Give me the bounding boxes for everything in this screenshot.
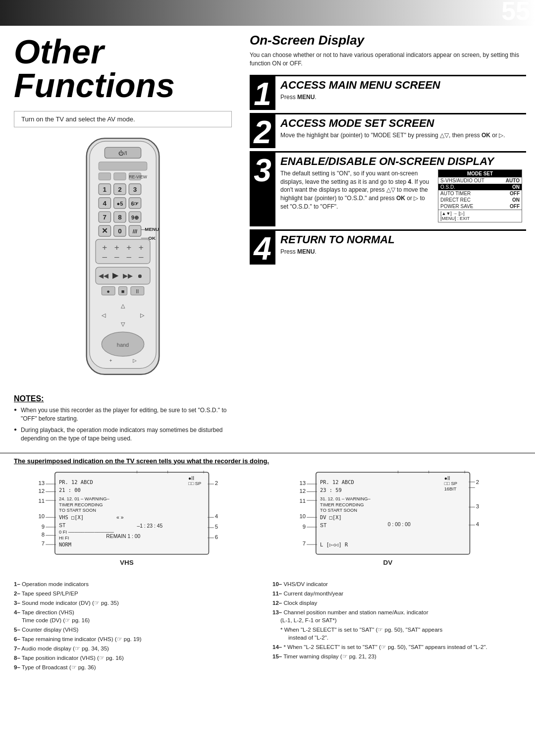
svg-text:13: 13 [38,480,45,486]
svg-text:4: 4 [476,521,479,527]
legend-item-6: 6– Tape remaining time indicator (VHS) (… [14,635,263,643]
svg-text:□□  SP: □□ SP [444,481,457,486]
svg-text:1: 1 [463,470,466,471]
svg-text:●II: ●II [444,475,450,481]
svg-text:23 : 59: 23 : 59 [320,486,342,492]
step-3-inner: The default setting is "ON", so if you w… [280,169,522,222]
step-3-number: 3 [250,153,275,226]
step-2-block: 2 ACCESS MODE SET SCREEN Move the highli… [250,113,526,148]
svg-text:9: 9 [303,524,306,530]
svg-text:HI FI: HI FI [59,535,69,540]
legend-item-9: 9– Type of Broadcast (☞ pg. 36) [14,663,263,671]
svg-text:8: 8 [42,531,45,537]
svg-text:7: 7 [303,540,306,546]
svg-text:●5: ●5 [117,201,123,207]
page-number: 55 [501,0,530,24]
svg-text:2: 2 [215,480,218,486]
note-item-1: When you use this recorder as the player… [14,406,232,423]
svg-text:4: 4 [103,200,107,207]
step-2-content: ACCESS MODE SET SCREEN Move the highligh… [275,114,526,148]
legend-item-3: 3– Sound mode indicator (DV) (☞ pg. 35) [14,599,263,607]
step-1-block: 1 ACCESS MAIN MENU SCREEN Press MENU. [250,75,526,110]
left-column: Other Functions Turn on the TV and selec… [0,26,243,451]
legend-left-list: 1– Operation mode indicators 2– Tape spe… [14,580,263,672]
svg-text:–1 : 23 : 45: –1 : 23 : 45 [137,523,163,529]
svg-text:15: 15 [426,470,432,471]
svg-text:ST: ST [320,522,327,528]
svg-text:+: + [139,243,144,252]
svg-text:7: 7 [103,214,107,221]
notes-title: NOTES: [14,394,232,403]
legend-item-8: 8– Tape position indicator (VHS) (☞ pg. … [14,654,263,662]
svg-text:□□  SP: □□ SP [188,481,201,486]
svg-text:13: 13 [299,480,306,486]
legend-item-10: 10– VHS/DV indicator [272,580,521,588]
svg-text:⏻/I: ⏻/I [118,150,127,156]
svg-text:–: – [126,252,131,262]
svg-text:3: 3 [476,503,479,509]
svg-text:+: + [109,358,112,363]
notes-list: When you use this recorder as the player… [14,406,232,442]
legend-item-2: 2– Tape speed SP/LP/EP [14,590,263,597]
onscreen-display-title: On-Screen Display [250,33,526,48]
instruction-text: Turn on the TV and select the AV mode. [21,115,135,123]
mode-set-row-2-highlighted: O.S.D. ON [438,184,522,190]
svg-rect-6 [114,173,126,180]
bottom-lists: 1– Operation mode indicators 2– Tape spe… [14,580,521,673]
svg-text:10: 10 [299,513,306,519]
right-column: On-Screen Display You can choose whether… [243,26,535,451]
step-2-text: Move the highlight bar (pointer) to "MOD… [280,131,522,140]
svg-text:DV     □[X]: DV □[X] [320,514,342,520]
svg-text:L [▷◁◁] R: L [▷◁◁] R [320,541,348,547]
mode-set-row-4: DIRECT REC ON [438,197,522,203]
svg-text:9: 9 [42,524,45,530]
svg-text:–: – [103,252,107,262]
step-4-content: RETURN TO NORMAL Press MENU. [275,231,526,265]
step-3-text: The default setting is "ON", so if you w… [280,169,434,222]
svg-text:6: 6 [215,534,218,540]
svg-text:–: – [114,252,119,262]
svg-text:▶▶: ▶▶ [123,272,133,279]
svg-text:+: + [102,243,107,252]
svg-text:24. 12. 01 – WARNING–: 24. 12. 01 – WARNING– [59,496,109,501]
svg-text:▶: ▶ [112,271,119,279]
svg-text:RE-VIEW: RE-VIEW [129,174,147,179]
svg-text:PR. 12 ABCD: PR. 12 ABCD [59,479,93,485]
svg-text:31. 12. 01 – WARNING–: 31. 12. 01 – WARNING– [320,496,371,501]
svg-text:5: 5 [215,524,218,530]
legend-item-14: 14– * When "L-2 SELECT" is set to "SAT" … [272,643,521,651]
svg-text:12: 12 [299,487,306,493]
vhs-diagram: 13 12 11 10 9 8 7 14 15 1 [14,470,260,574]
svg-text:TO START SOON: TO START SOON [59,507,96,512]
step-2-heading: ACCESS MODE SET SCREEN [280,117,522,129]
legend-item-7: 7– Audio mode display (☞ pg. 34, 35) [14,645,263,652]
step-4-text: Press MENU. [280,248,522,256]
legend-item-15: 15– Timer warning display (☞ pg. 21, 23) [272,652,521,660]
svg-text:12: 12 [38,487,45,493]
step-4-block: 4 RETURN TO NORMAL Press MENU. [250,229,526,265]
legend-item-12: 12– Clock display [272,599,521,607]
onscreen-display-desc: You can choose whether or not to have va… [250,51,526,68]
step-4-heading: RETURN TO NORMAL [280,234,522,246]
mode-set-row-5: POWER SAVE OFF [438,203,522,210]
mode-set-row-3: AUTO TIMER OFF [438,190,522,197]
svg-text:✕: ✕ [102,227,108,235]
diagrams-row: 13 12 11 10 9 8 7 14 15 1 [14,470,521,574]
svg-text:PR. 12 ABCD: PR. 12 ABCD [320,479,354,485]
svg-text:–: – [139,252,144,262]
svg-text:DV: DV [383,558,392,566]
svg-text:« »: « » [116,515,124,520]
note-item-2: During playback, the operation mode indi… [14,426,232,443]
legend-item-13: 13– Channel position number and station … [272,608,521,624]
dv-diagram-svg: 13 12 11 10 9 7 14 15 1 [275,470,521,572]
svg-text:⏺: ⏺ [137,273,143,279]
svg-text:▽: ▽ [121,321,125,327]
vhs-diagram-svg: 13 12 11 10 9 8 7 14 15 1 [14,470,260,572]
legend-note-star: * When "L-2 SELECT" is set to "SAT" (☞ p… [272,626,521,642]
svg-text:10: 10 [38,513,45,519]
main-layout: Other Functions Turn on the TV and selec… [0,26,535,451]
svg-text:4: 4 [215,513,218,519]
legend-item-1: 1– Operation mode indicators [14,580,263,588]
svg-text:VHS: VHS [120,558,134,566]
svg-text:11: 11 [38,498,45,504]
